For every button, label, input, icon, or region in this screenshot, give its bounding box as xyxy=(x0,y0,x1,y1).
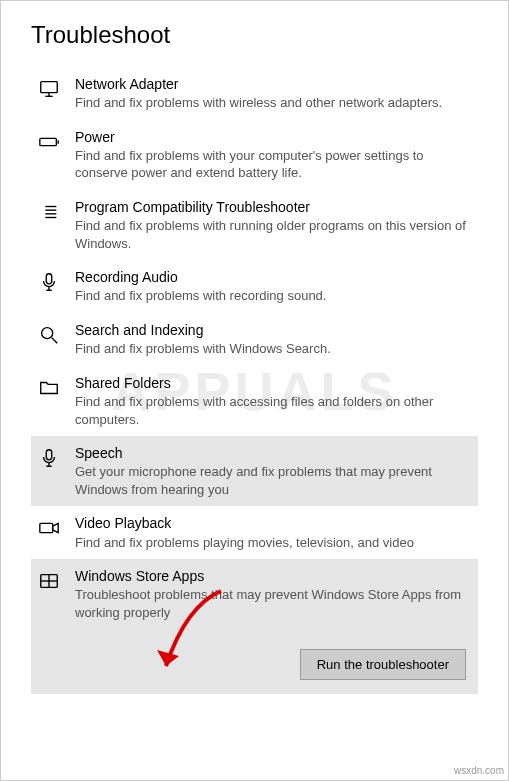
svg-rect-13 xyxy=(46,274,52,284)
mic-icon xyxy=(37,270,61,294)
battery-icon xyxy=(37,130,61,154)
troubleshooter-item-search-and-indexing[interactable]: Search and Indexing Find and fix problem… xyxy=(31,313,478,366)
monitor-icon xyxy=(37,77,61,101)
item-title: Shared Folders xyxy=(75,374,472,392)
svg-rect-21 xyxy=(40,524,53,533)
run-troubleshooter-button[interactable]: Run the troubleshooter xyxy=(300,649,466,680)
item-desc: Find and fix problems with Windows Searc… xyxy=(75,340,472,358)
item-text: Program Compatibility Troubleshooter Fin… xyxy=(75,198,472,252)
svg-point-16 xyxy=(42,328,53,339)
item-title: Network Adapter xyxy=(75,75,472,93)
item-title: Windows Store Apps xyxy=(75,567,472,585)
troubleshooter-item-network-adapter[interactable]: Network Adapter Find and fix problems wi… xyxy=(31,67,478,120)
item-text: Network Adapter Find and fix problems wi… xyxy=(75,75,472,112)
item-desc: Troubleshoot problems that may prevent W… xyxy=(75,586,472,621)
item-desc: Find and fix problems with wireless and … xyxy=(75,94,472,112)
svg-line-17 xyxy=(52,338,58,344)
item-desc: Find and fix problems playing movies, te… xyxy=(75,534,472,552)
folder-icon xyxy=(37,376,61,400)
item-text: Windows Store Apps Troubleshoot problems… xyxy=(75,567,472,621)
item-title: Video Playback xyxy=(75,514,472,532)
item-title: Search and Indexing xyxy=(75,321,472,339)
search-icon xyxy=(37,323,61,347)
item-desc: Find and fix problems with accessing fil… xyxy=(75,393,472,428)
item-desc: Find and fix problems with recording sou… xyxy=(75,287,472,305)
item-text: Video Playback Find and fix problems pla… xyxy=(75,514,472,551)
item-text: Speech Get your microphone ready and fix… xyxy=(75,444,472,498)
video-icon xyxy=(37,516,61,540)
troubleshooter-item-power[interactable]: Power Find and fix problems with your co… xyxy=(31,120,478,190)
item-text: Power Find and fix problems with your co… xyxy=(75,128,472,182)
troubleshooter-item-program-compatibility-troubleshooter[interactable]: Program Compatibility Troubleshooter Fin… xyxy=(31,190,478,260)
troubleshooter-item-speech[interactable]: Speech Get your microphone ready and fix… xyxy=(31,436,478,506)
item-desc: Get your microphone ready and fix proble… xyxy=(75,463,472,498)
mic-icon xyxy=(37,446,61,470)
troubleshooter-item-video-playback[interactable]: Video Playback Find and fix problems pla… xyxy=(31,506,478,559)
svg-rect-18 xyxy=(46,450,52,460)
list-icon xyxy=(37,200,61,224)
item-text: Search and Indexing Find and fix problem… xyxy=(75,321,472,358)
troubleshooter-item-shared-folders[interactable]: Shared Folders Find and fix problems wit… xyxy=(31,366,478,436)
item-text: Recording Audio Find and fix problems wi… xyxy=(75,268,472,305)
item-title: Recording Audio xyxy=(75,268,472,286)
troubleshooter-list: Network Adapter Find and fix problems wi… xyxy=(31,67,478,694)
item-title: Program Compatibility Troubleshooter xyxy=(75,198,472,216)
item-title: Speech xyxy=(75,444,472,462)
troubleshooter-item-recording-audio[interactable]: Recording Audio Find and fix problems wi… xyxy=(31,260,478,313)
svg-rect-3 xyxy=(40,138,57,145)
item-desc: Find and fix problems with running older… xyxy=(75,217,472,252)
item-desc: Find and fix problems with your computer… xyxy=(75,147,472,182)
page-title: Troubleshoot xyxy=(31,21,478,49)
troubleshooter-item-windows-store-apps[interactable]: Windows Store Apps Troubleshoot problems… xyxy=(31,559,478,694)
item-title: Power xyxy=(75,128,472,146)
store-icon xyxy=(37,569,61,593)
item-text: Shared Folders Find and fix problems wit… xyxy=(75,374,472,428)
svg-rect-0 xyxy=(41,82,58,93)
attribution-text: wsxdn.com xyxy=(454,765,504,776)
